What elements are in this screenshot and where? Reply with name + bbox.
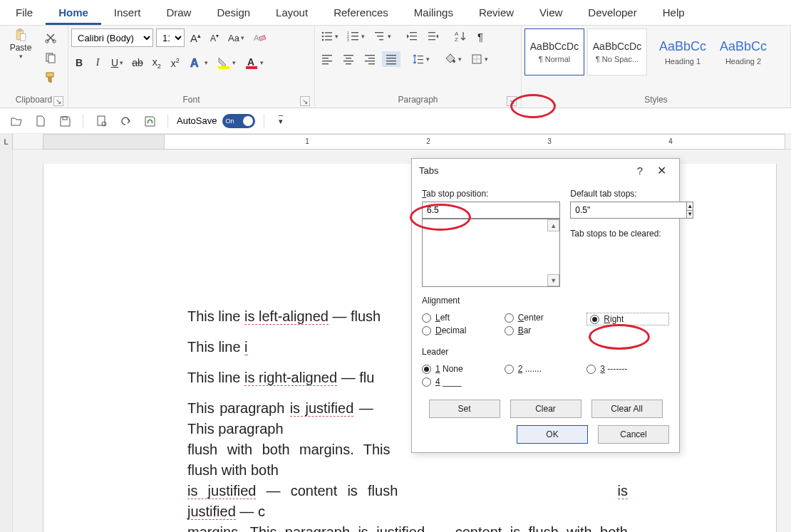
paragraph-dialog-launcher[interactable]: ↘ (507, 96, 517, 106)
svg-rect-33 (428, 36, 435, 36)
svg-point-14 (322, 32, 324, 34)
bullets-button[interactable] (318, 28, 341, 44)
spin-down-button[interactable]: ▼ (686, 210, 693, 219)
align-decimal-radio[interactable]: Decimal (422, 325, 505, 335)
tab-stops-listbox[interactable]: ▲ ▼ (422, 219, 560, 287)
italic-button[interactable]: I (90, 55, 105, 71)
font-dialog-launcher[interactable]: ↘ (300, 96, 310, 106)
tab-selector[interactable]: L (0, 134, 13, 150)
clear-button[interactable]: Clear (510, 400, 581, 418)
scroll-up-button[interactable]: ▲ (547, 219, 559, 231)
underline-button[interactable]: U (108, 55, 126, 71)
decrease-font-button[interactable]: A▾ (207, 30, 222, 46)
align-right-radio[interactable]: Right (586, 313, 669, 325)
alignment-section-label: Alignment (422, 296, 669, 306)
align-left-icon (321, 53, 334, 66)
leader-none-radio[interactable]: 1 None (422, 364, 505, 374)
cancel-button[interactable]: Cancel (598, 425, 669, 444)
scroll-down-button[interactable]: ▼ (547, 274, 559, 286)
align-right-button[interactable] (361, 51, 379, 67)
open-button[interactable] (7, 113, 26, 129)
style-tile-heading2[interactable]: AaBbCc Heading 2 (718, 28, 768, 75)
svg-rect-38 (322, 58, 329, 58)
line-spacing-button[interactable] (409, 51, 433, 67)
spin-up-button[interactable]: ▲ (686, 202, 693, 210)
svg-rect-45 (365, 55, 375, 56)
superscript-button[interactable]: x2 (167, 55, 183, 71)
leader-dashes-radio[interactable]: 3 ------- (586, 364, 669, 374)
save-sync-button[interactable] (140, 113, 159, 129)
text-effects-button[interactable]: A (186, 54, 211, 71)
svg-rect-2 (20, 33, 25, 41)
change-case-button[interactable]: Aa (225, 30, 247, 46)
subscript-button[interactable]: x2 (149, 55, 165, 71)
horizontal-ruler[interactable]: 1 2 3 4 (43, 134, 785, 150)
ok-button[interactable]: OK (517, 425, 588, 444)
show-hide-button[interactable]: ¶ (472, 28, 488, 44)
align-left-radio[interactable]: Left (422, 313, 505, 323)
svg-rect-50 (386, 58, 396, 58)
svg-text:A: A (254, 33, 259, 42)
align-center-radio[interactable]: Center (505, 313, 587, 323)
print-preview-button[interactable] (92, 113, 110, 129)
tab-stop-position-input[interactable] (422, 202, 560, 219)
set-button[interactable]: Set (429, 400, 500, 418)
style-tile-normal[interactable]: AaBbCcDc ¶ Normal (524, 28, 584, 75)
autosave-toggle[interactable]: On (222, 114, 255, 128)
undo-button[interactable] (116, 113, 135, 129)
sort-button[interactable]: AZ (451, 28, 470, 44)
align-left-button[interactable] (318, 51, 336, 67)
borders-button[interactable] (467, 51, 491, 67)
tab-home[interactable]: Home (46, 1, 101, 25)
increase-indent-button[interactable] (424, 28, 443, 44)
highlight-button[interactable] (214, 54, 239, 71)
dialog-help-button[interactable]: ? (631, 165, 649, 177)
clipboard-dialog-launcher[interactable]: ↘ (53, 96, 63, 106)
paste-button[interactable]: Paste ▾ (3, 28, 38, 83)
leader-underscore-radio[interactable]: 4 ____ (422, 377, 505, 387)
tab-insert[interactable]: Insert (101, 1, 154, 25)
dialog-close-button[interactable]: ✕ (649, 164, 673, 177)
tab-help[interactable]: Help (650, 1, 698, 25)
font-name-select[interactable]: Calibri (Body) (71, 28, 153, 47)
default-tab-stops-spinbox[interactable]: ▲▼ (570, 202, 656, 219)
tab-references[interactable]: References (321, 1, 401, 25)
shading-button[interactable] (441, 51, 465, 67)
save-button[interactable] (56, 113, 74, 129)
tab-mailings[interactable]: Mailings (401, 1, 466, 25)
clear-all-button[interactable]: Clear All (591, 400, 663, 418)
style-tile-heading1[interactable]: AaBbCc Heading 1 (650, 28, 715, 75)
font-size-select[interactable]: 11 (156, 28, 185, 47)
font-color-button[interactable]: A (242, 54, 267, 71)
tab-layout[interactable]: Layout (263, 1, 321, 25)
clear-formatting-button[interactable]: A (250, 30, 269, 46)
format-painter-button[interactable] (41, 70, 60, 85)
numbering-button[interactable]: 123 (344, 28, 368, 44)
increase-font-button[interactable]: A▴ (187, 30, 204, 46)
dialog-titlebar[interactable]: Tabs ? ✕ (412, 159, 679, 182)
tab-design[interactable]: Design (204, 1, 263, 25)
vertical-ruler[interactable] (0, 150, 13, 532)
tab-draw[interactable]: Draw (153, 1, 204, 25)
style-tile-nospacing[interactable]: AaBbCcDc ¶ No Spac... (587, 28, 647, 75)
bold-button[interactable]: B (71, 55, 87, 71)
decrease-indent-button[interactable] (403, 28, 421, 44)
tab-review[interactable]: Review (466, 1, 527, 25)
copy-button[interactable] (41, 50, 60, 66)
new-doc-button[interactable] (31, 113, 50, 129)
leader-dots-radio[interactable]: 2 ....... (505, 364, 587, 374)
tab-developer[interactable]: Developer (575, 1, 649, 25)
tab-view[interactable]: View (527, 1, 575, 25)
svg-rect-17 (325, 36, 332, 36)
tab-file[interactable]: File (3, 1, 46, 25)
qat-customize-button[interactable]: ▾ (273, 113, 289, 129)
svg-text:A: A (190, 57, 199, 69)
strikethrough-button[interactable]: ab (129, 55, 146, 71)
default-tab-stops-input[interactable] (570, 202, 686, 219)
align-center-button[interactable] (339, 51, 358, 67)
justify-button[interactable] (382, 51, 400, 67)
cut-button[interactable] (41, 30, 60, 46)
multilevel-list-button[interactable] (371, 28, 394, 44)
svg-rect-41 (343, 55, 353, 56)
align-bar-radio[interactable]: Bar (505, 325, 587, 335)
